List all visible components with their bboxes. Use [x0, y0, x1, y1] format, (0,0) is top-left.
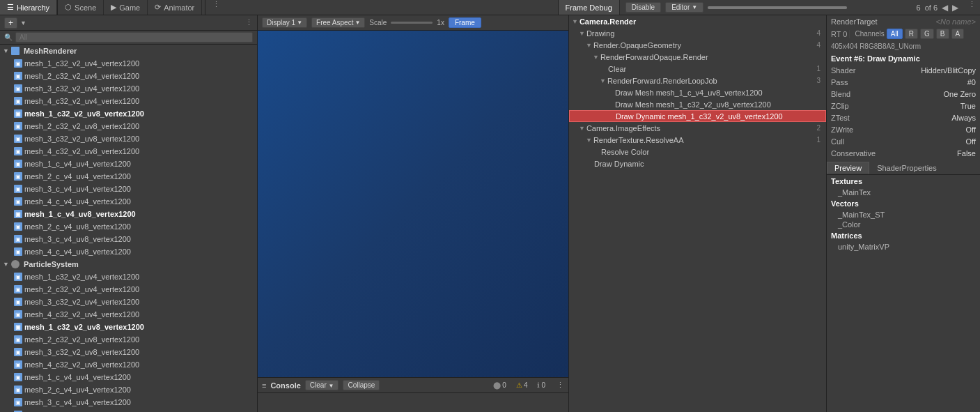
list-item[interactable]: ▣ mesh_4_c32_v2_uv4_vertex1200 — [0, 308, 257, 321]
frame-next-button[interactable]: ▶ — [952, 3, 958, 13]
list-item[interactable]: ▣ mesh_1_c32_v2_uv4_vertex1200 — [0, 57, 257, 70]
ztest-row: ZTest Always — [827, 112, 980, 123]
console-menu[interactable]: ⋮ — [557, 381, 564, 390]
center-tab-menu[interactable]: ⋮ — [208, 0, 224, 15]
hierarchy-header: + ▼ ⋮ — [0, 15, 257, 31]
console-clear-dropdown[interactable]: Clear ▼ — [305, 380, 339, 390]
mesh-icon: ▣ — [14, 273, 22, 281]
frame-prev-button[interactable]: ◀ — [942, 3, 948, 13]
list-item[interactable]: ▣ mesh_1_c_v4_uv4_vertex1200 — [0, 158, 257, 170]
list-item[interactable]: ▣ mesh_3_c32_v2_uv4_vertex1200 — [0, 296, 257, 308]
channel-b-button[interactable]: B — [936, 29, 949, 39]
list-item[interactable]: ▣ mesh_2_c_v4_uv4_vertex1200 — [0, 170, 257, 183]
tab-game[interactable]: ▶ Game — [104, 0, 148, 15]
list-item[interactable]: ▣ mesh_3_c32_v2_uv8_vertex1200 — [0, 346, 257, 358]
render-tree-item[interactable]: ▼ Camera.ImageEffects 2 — [569, 122, 826, 134]
render-tree-item[interactable]: Draw Mesh mesh_1_c_v4_uv8_vertex1200 — [569, 86, 826, 98]
list-item[interactable]: ▣ mesh_1_c_v4_uv4_vertex1200 — [0, 371, 257, 383]
channel-all-button[interactable]: All — [887, 29, 903, 39]
render-tree-item[interactable]: ▼ RenderTexture.ResolveAA 1 — [569, 134, 826, 146]
render-tree-item[interactable]: ▼ Camera.Render — [569, 15, 826, 27]
frame-debug-menu[interactable]: ⋮ — [964, 0, 980, 15]
error-icon: ⬤ — [493, 381, 501, 389]
console-collapse-button[interactable]: Collapse — [343, 380, 380, 390]
console-header: ≡ Console Clear ▼ Collapse ⬤ 0 ⚠ 4 ℹ — [258, 378, 568, 393]
list-item[interactable]: ▣ mesh_2_c_v4_uv8_vertex1200 — [0, 220, 257, 233]
tab-animator[interactable]: ⟳ Animator — [148, 0, 202, 15]
list-item[interactable]: ▣ mesh_3_c32_v2_uv8_vertex1200 — [0, 132, 257, 145]
mesh-renderer-header[interactable]: ▼ MeshRenderer — [0, 45, 257, 57]
scale-slider[interactable] — [391, 22, 433, 24]
zclip-row: ZClip True — [827, 100, 980, 112]
hierarchy-add-dropdown[interactable]: ▼ — [20, 20, 26, 26]
pass-value: #0 — [967, 78, 976, 86]
list-item[interactable]: ▣ mesh_1_c_v4_uv8_vertex1200 — [0, 208, 257, 220]
list-item[interactable]: ▣ mesh_2_c32_v2_uv8_vertex1200 — [0, 333, 257, 346]
tab-hierarchy[interactable]: ☰ Hierarchy — [0, 0, 57, 15]
list-item[interactable]: ▣ mesh_2_c32_v2_uv4_vertex1200 — [0, 283, 257, 296]
frame-slider[interactable] — [708, 6, 847, 9]
mesh-icon: ▣ — [14, 72, 22, 80]
list-item[interactable]: ▣ mesh_4_c_v4_uv4_vertex1200 — [0, 409, 257, 412]
list-item[interactable]: ▣ mesh_3_c_v4_uv4_vertex1200 — [0, 183, 257, 195]
frame-number: 6 — [917, 3, 921, 12]
mesh-icon: ▣ — [14, 210, 22, 218]
list-item[interactable]: ▣ mesh_3_c32_v2_uv4_vertex1200 — [0, 82, 257, 95]
list-item[interactable]: ▣ mesh_2_c_v4_uv4_vertex1200 — [0, 383, 257, 396]
editor-button[interactable]: Editor ▼ — [665, 2, 703, 13]
render-tree-item[interactable]: ▼ Drawing 4 — [569, 27, 826, 39]
textures-title: Textures — [827, 175, 980, 188]
hierarchy-search-input[interactable] — [15, 32, 253, 43]
list-item[interactable]: ▣ mesh_3_c_v4_uv4_vertex1200 — [0, 396, 257, 409]
render-tree-item[interactable]: Draw Dynamic — [569, 158, 826, 169]
render-tree-item[interactable]: ▼ RenderForwardOpaque.Render — [569, 51, 826, 63]
list-item[interactable]: ▣ mesh_1_c32_v2_uv8_vertex1200 — [0, 321, 257, 333]
render-target-value: <No name> — [936, 17, 976, 26]
preview-tabs: Preview ShaderProperties — [827, 162, 980, 175]
render-tree-item[interactable]: ▼ RenderForward.RenderLoopJob 3 — [569, 75, 826, 86]
particle-system-arrow: ▼ — [3, 261, 9, 268]
particle-system-header[interactable]: ▼ ParticleSystem — [0, 258, 257, 270]
channel-r-button[interactable]: R — [905, 29, 918, 39]
unity-matrix-vp-label: unity_MatrixVP — [827, 242, 980, 252]
list-item[interactable]: ▣ mesh_3_c_v4_uv8_vertex1200 — [0, 233, 257, 245]
cull-value: Off — [966, 137, 976, 146]
game-icon: ▶ — [111, 3, 116, 12]
mesh-renderer-arrow: ▼ — [3, 47, 9, 54]
hierarchy-menu[interactable]: ⋮ — [245, 18, 253, 27]
list-item[interactable]: ▣ mesh_4_c_v4_uv8_vertex1200 — [0, 245, 257, 258]
tab-preview[interactable]: Preview — [827, 162, 869, 174]
tab-frame-debug[interactable]: Frame Debug — [558, 0, 620, 15]
particle-system-icon — [11, 260, 20, 268]
frame-button[interactable]: Frame — [449, 17, 481, 28]
render-tree-item-selected[interactable]: Draw Dynamic mesh_1_c32_v2_uv8_vertex120… — [569, 110, 826, 122]
console-panel: ≡ Console Clear ▼ Collapse ⬤ 0 ⚠ 4 ℹ — [258, 377, 568, 412]
list-item[interactable]: ▣ mesh_1_c32_v2_uv4_vertex1200 — [0, 270, 257, 283]
warn-icon: ⚠ — [516, 381, 522, 389]
list-item[interactable]: ▣ mesh_4_c_v4_uv4_vertex1200 — [0, 195, 257, 208]
rt-arrow: ▼ — [579, 30, 585, 37]
mesh-icon: ▣ — [14, 398, 22, 406]
hierarchy-add-button[interactable]: + — [4, 17, 17, 29]
list-item[interactable]: ▣ mesh_4_c32_v2_uv8_vertex1200 — [0, 145, 257, 158]
rt-arrow: ▼ — [579, 125, 585, 132]
tab-shader-properties[interactable]: ShaderProperties — [869, 162, 944, 174]
list-item[interactable]: ▣ mesh_2_c32_v2_uv4_vertex1200 — [0, 70, 257, 82]
list-item[interactable]: ▣ mesh_2_c32_v2_uv8_vertex1200 — [0, 120, 257, 132]
render-tree-item[interactable]: Draw Mesh mesh_1_c32_v2_uv8_vertex1200 — [569, 98, 826, 110]
hierarchy-list: ▼ MeshRenderer ▣ mesh_1_c32_v2_uv4_verte… — [0, 45, 257, 412]
disable-button[interactable]: Disable — [625, 2, 661, 13]
render-tree-item[interactable]: Clear 1 — [569, 63, 826, 75]
list-item[interactable]: ▣ mesh_4_c32_v2_uv4_vertex1200 — [0, 95, 257, 107]
channel-g-button[interactable]: G — [920, 29, 934, 39]
render-tree-item[interactable]: ▼ Render.OpaqueGeometry 4 — [569, 39, 826, 51]
list-item[interactable]: ▣ mesh_4_c32_v2_uv8_vertex1200 — [0, 358, 257, 371]
render-tree-item[interactable]: Resolve Color — [569, 146, 826, 158]
tab-scene[interactable]: ⬡ Scene — [58, 0, 104, 15]
channel-a-button[interactable]: A — [951, 29, 965, 39]
display-dropdown[interactable]: Display 1 ▼ — [262, 17, 307, 28]
aspect-dropdown[interactable]: Free Aspect ▼ — [311, 17, 365, 28]
channels-row: RT 0 Channels All R G B A — [827, 27, 980, 40]
mesh-icon: ▣ — [14, 197, 22, 206]
list-item[interactable]: ▣ mesh_1_c32_v2_uv8_vertex1200 — [0, 107, 257, 120]
